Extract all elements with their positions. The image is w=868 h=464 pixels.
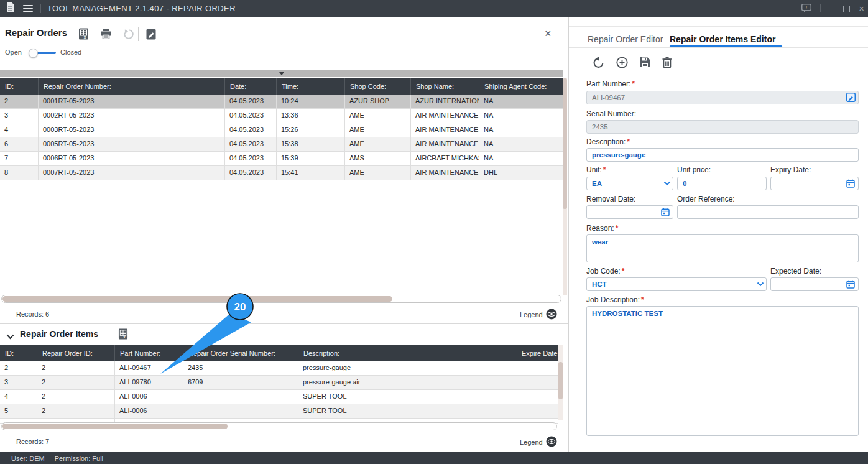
column-header[interactable]: Repair Order Serial Number: (183, 345, 298, 361)
cell (519, 390, 558, 404)
column-header[interactable]: Shop Code: (345, 78, 411, 95)
job-description-field[interactable]: HYDROSTATIC TEST (586, 306, 859, 436)
column-header[interactable]: Description: (298, 345, 519, 361)
table-row-selected[interactable]: 20001RT-05-202304.05.202310:24AZUR SHOPA… (0, 95, 563, 109)
items-horizontal-scrollbar (1, 422, 557, 430)
unit-price-field[interactable]: 0 (677, 177, 767, 190)
column-header[interactable]: Repair Order Number: (39, 78, 225, 95)
job-code-select[interactable]: HCT (586, 277, 767, 291)
save-button[interactable] (639, 57, 650, 70)
items-horizontal-scrollbar-thumb[interactable] (2, 424, 228, 429)
expected-calendar-icon[interactable] (846, 280, 855, 289)
reason-field[interactable]: wear (586, 234, 859, 262)
cell: ALI-0006 (115, 390, 183, 404)
table-row[interactable]: 30002RT-05-202304.05.202313:36AMEAIR MAI… (0, 109, 563, 123)
column-header[interactable]: ID: (0, 78, 39, 95)
add-item-button[interactable] (616, 57, 628, 71)
items-export-excel-button[interactable]: x (118, 328, 128, 342)
part-number-label: Part Number:* (586, 80, 635, 88)
order-reference-field[interactable] (677, 205, 859, 219)
cell: AIR MAINTENANCE E... (411, 123, 479, 137)
table-row[interactable]: 60005RT-05-202304.05.202315:38AMEAIR MAI… (0, 137, 563, 152)
cell: AIRCRAFT MICHKAS... (411, 152, 479, 165)
toggle-open-label: Open (5, 49, 22, 56)
column-header[interactable]: Expire Date: (519, 345, 558, 361)
column-header[interactable]: Time: (277, 78, 345, 95)
minimize-button[interactable]: – (829, 0, 834, 17)
items-vertical-scrollbar-thumb[interactable] (558, 362, 563, 399)
cell: 3 (0, 376, 37, 389)
column-splitter-bar[interactable] (0, 70, 563, 77)
cell: AIR MAINTENANCE E... (411, 166, 479, 180)
svg-text:!: ! (806, 5, 808, 11)
column-header[interactable]: ID: (0, 345, 37, 361)
statusbar-permission: Permission: Full (55, 455, 103, 462)
expected-date-field[interactable] (770, 277, 859, 291)
cell: 15:39 (277, 152, 345, 165)
repair-order-items-title: Repair Order Items (20, 329, 98, 339)
job-code-chevron-down-icon[interactable] (757, 282, 764, 287)
removal-calendar-icon[interactable] (661, 208, 670, 216)
tab-repair-order-editor[interactable]: Repair Order Editor (588, 34, 663, 44)
cell: 04.05.2023 (225, 95, 277, 108)
table-row[interactable]: 52ALI-0006SUPER TOOL (0, 404, 558, 419)
undo-refresh-button[interactable] (593, 57, 604, 71)
column-header[interactable]: Shop Name: (411, 78, 479, 95)
export-excel-button[interactable]: x (78, 28, 89, 42)
table-row[interactable]: 32ALI-097806709pressure-gauge air (0, 376, 558, 390)
cell (183, 390, 298, 404)
cell: 04.05.2023 (225, 152, 277, 165)
table-row[interactable]: 22ALI-094672435pressure-gauge (0, 361, 558, 376)
orders-legend-eye-icon[interactable] (546, 309, 557, 322)
column-header[interactable]: Shiping Agent Code: (479, 78, 563, 95)
job-description-label: Job Description:* (586, 295, 644, 304)
edit-button[interactable] (146, 28, 156, 42)
cell: 15:26 (277, 123, 345, 137)
unit-select[interactable]: EA (586, 177, 673, 190)
orders-horizontal-scrollbar-thumb[interactable] (2, 296, 392, 302)
unit-chevron-down-icon[interactable] (663, 181, 671, 186)
statusbar: User: DEM Permission: Full (0, 452, 868, 464)
items-legend-label[interactable]: Legend (520, 438, 543, 446)
table-row[interactable]: 40003RT-05-202304.05.202315:26AMEAIR MAI… (0, 123, 563, 137)
close-window-button[interactable]: × (859, 3, 864, 14)
column-header[interactable]: Part Number: (115, 345, 183, 361)
orders-vertical-scrollbar-thumb[interactable] (563, 78, 567, 209)
column-header[interactable]: Repair Order ID: (37, 345, 115, 361)
print-button[interactable] (100, 29, 112, 42)
part-number-lookup-icon[interactable] (846, 93, 856, 102)
cell: 2 (37, 376, 115, 389)
cell: NA (479, 123, 563, 137)
tab-baseline (569, 47, 868, 48)
cell: pressure-gauge air (298, 376, 519, 389)
expiry-calendar-icon[interactable] (846, 179, 855, 188)
feedback-icon[interactable]: ! (801, 4, 811, 13)
orders-legend-label[interactable]: Legend (520, 311, 543, 318)
close-pane-button[interactable]: × (545, 27, 552, 40)
menu-icon[interactable] (23, 3, 33, 14)
cell: 6 (0, 137, 39, 151)
table-row[interactable]: 80007RT-05-202304.05.202315:41AMEAIR MAI… (0, 166, 563, 180)
cell: SUPER TOOL (298, 390, 519, 404)
cell: 8 (0, 166, 39, 180)
column-header[interactable]: Date: (225, 78, 277, 95)
unit-price-label: Unit price: (677, 165, 711, 174)
table-row[interactable]: 70006RT-05-202304.05.202315:39AMSAIRCRAF… (0, 152, 563, 166)
restore-button[interactable] (843, 6, 850, 12)
description-field[interactable]: pressure-gauge (586, 148, 859, 162)
refresh-button[interactable] (123, 29, 134, 42)
cell: AIR MAINTENANCE E... (411, 137, 479, 151)
expiry-date-field[interactable] (770, 177, 859, 190)
toggle-closed-label: Closed (60, 49, 81, 56)
removal-date-field[interactable] (586, 205, 673, 219)
delete-button[interactable] (662, 57, 672, 71)
table-row[interactable]: 42ALI-0006SUPER TOOL (0, 390, 558, 404)
cell: 0002RT-05-2023 (39, 109, 225, 123)
items-legend-eye-icon[interactable] (546, 436, 557, 450)
editor-panel: Repair Order Editor Repair Order Items E… (568, 17, 868, 452)
tab-repair-order-items-editor[interactable]: Repair Order Items Editor (670, 34, 775, 44)
cell: 15:41 (277, 166, 345, 180)
reason-label: Reason:* (586, 224, 618, 233)
collapse-section-chevron-icon[interactable] (6, 331, 14, 342)
open-closed-toggle[interactable] (29, 48, 57, 58)
